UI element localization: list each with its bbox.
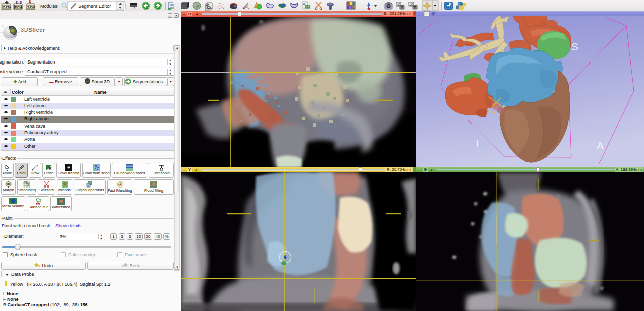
svg-text:Modules:: Modules: [40,4,59,9]
svg-text:DATA: DATA [3,6,11,9]
svg-text:X: X [303,2,305,5]
svg-text:A: A [597,140,604,151]
svg-text:SAVE: SAVE [27,6,35,9]
svg-text:–: – [419,11,422,16]
svg-text:DCM: DCM [15,6,22,9]
svg-text:1: 1 [426,12,428,16]
svg-text:S: S [571,41,578,52]
svg-text:Segment Editor: Segment Editor [78,3,111,9]
svg-text:I: I [476,138,479,149]
